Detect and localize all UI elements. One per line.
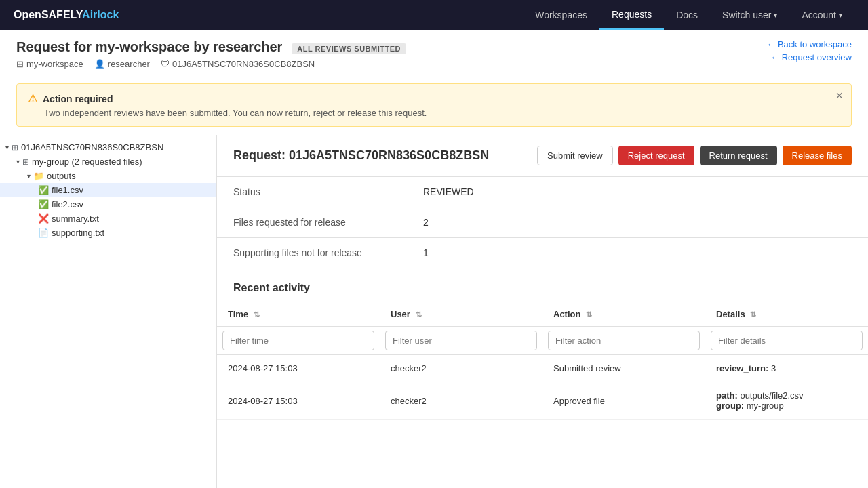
status-label: Status [217, 177, 407, 207]
return-request-button[interactable]: Return request [700, 146, 777, 165]
request-overview-link[interactable]: ← Request overview [766, 52, 852, 62]
tree-summary[interactable]: ❌ summary.txt [0, 211, 216, 226]
details-sort-icon: ⇅ [750, 310, 756, 319]
table-row: 2024-08-27 15:03 checker2 Approved file … [217, 382, 868, 420]
row1-details: review_turn: 3 [705, 355, 868, 382]
row2-details: path: outputs/file2.csv group: my-group [705, 382, 868, 420]
switch-user-dropdown[interactable]: Switch user ▾ [710, 0, 789, 30]
files-label: Files requested for release [217, 207, 407, 238]
time-sort-icon: ⇅ [254, 310, 260, 319]
status-value: REVIEWED [407, 177, 868, 207]
user-icon: 👤 [94, 59, 105, 69]
tree-icon-group: ⊞ [22, 157, 29, 167]
page-header: Request for my-workspace by researcher A… [0, 30, 868, 75]
filter-row [217, 327, 868, 355]
nav-requests[interactable]: Requests [599, 0, 664, 30]
supporting-label: Supporting files not for release [217, 238, 407, 268]
reject-request-button[interactable]: Reject request [618, 146, 694, 165]
tree-label-root: 01J6A5TNSC70RN836S0CB8ZBSN [21, 142, 163, 152]
files-row: Files requested for release 2 [217, 207, 868, 238]
page-header-left: Request for my-workspace by researcher A… [16, 39, 406, 69]
row2-action: Approved file [542, 382, 705, 420]
content-area: Request: 01J6A5TNSC70RN836S0CB8ZBSN Subm… [217, 135, 868, 488]
account-chevron-icon: ▾ [839, 12, 842, 19]
row1-detail-value: 3 [771, 363, 776, 373]
col-time[interactable]: Time ⇅ [217, 302, 380, 327]
request-header: Request: 01J6A5TNSC70RN836S0CB8ZBSN Subm… [217, 135, 868, 177]
tree-label-outputs: outputs [47, 171, 76, 181]
row2-detail-key1: path: [716, 390, 738, 401]
back-to-workspace-link[interactable]: ← Back to workspace [766, 39, 852, 49]
row1-time: 2024-08-27 15:03 [217, 355, 380, 382]
account-dropdown[interactable]: Account ▾ [789, 0, 854, 30]
filter-details-input[interactable] [711, 331, 863, 350]
filter-user-input[interactable] [385, 331, 537, 350]
tree-file2[interactable]: ✅ file2.csv [0, 197, 216, 211]
row2-detail-line1: path: outputs/file2.csv [716, 390, 857, 401]
file2-ok-icon: ✅ [38, 199, 49, 209]
tree-file1[interactable]: ✅ file1.csv [0, 183, 216, 197]
alert-warning-icon: ⚠ [28, 92, 37, 105]
main-layout: ▾ ⊞ 01J6A5TNSC70RN836S0CB8ZBSN ▾ ⊞ my-gr… [0, 135, 868, 488]
row2-detail-value1: outputs/file2.csv [740, 390, 803, 401]
tree-toggle-group: ▾ [16, 158, 20, 165]
tree-label-file1: file1.csv [52, 185, 83, 195]
row1-detail-key: review_turn: [716, 363, 768, 373]
filter-action-cell [542, 327, 705, 355]
status-table: Status REVIEWED Files requested for rele… [217, 177, 868, 268]
tree-label-group: my-group (2 requested files) [32, 157, 142, 167]
summary-err-icon: ❌ [38, 214, 49, 224]
breadcrumb-user: 👤 researcher [94, 59, 150, 69]
folder-icon: 📁 [33, 171, 44, 181]
filter-time-input[interactable] [222, 331, 374, 350]
filter-details-cell [705, 327, 868, 355]
tree-outputs-folder[interactable]: ▾ 📁 outputs [0, 169, 216, 183]
supporting-row: Supporting files not for release 1 [217, 238, 868, 268]
workspace-icon: ⊞ [16, 59, 24, 69]
page-title: Request for my-workspace by researcher [16, 39, 282, 54]
files-value: 2 [407, 207, 868, 238]
activity-header-row: Time ⇅ User ⇅ Action ⇅ Details [217, 302, 868, 327]
nav-workspaces[interactable]: Workspaces [523, 0, 599, 30]
file-tree-sidebar: ▾ ⊞ 01J6A5TNSC70RN836S0CB8ZBSN ▾ ⊞ my-gr… [0, 135, 217, 488]
tree-toggle-root: ▾ [5, 144, 9, 151]
action-sort-icon: ⇅ [586, 310, 592, 319]
nav-docs[interactable]: Docs [664, 0, 710, 30]
breadcrumb-id: 🛡 01J6A5TNSC70RN836S0CB8ZBSN [161, 59, 315, 69]
tree-supporting[interactable]: 📄 supporting.txt [0, 226, 216, 240]
nav-brand: OpenSAFELYAirlock [14, 9, 119, 21]
col-details[interactable]: Details ⇅ [705, 302, 868, 327]
user-sort-icon: ⇅ [416, 310, 422, 319]
tree-label-file2: file2.csv [52, 199, 83, 209]
tree-toggle-outputs: ▾ [27, 172, 31, 180]
breadcrumb-workspace: ⊞ my-workspace [16, 59, 83, 69]
table-row: 2024-08-27 15:03 checker2 Submitted revi… [217, 355, 868, 382]
filter-action-input[interactable] [548, 331, 700, 350]
row1-action: Submitted review [542, 355, 705, 382]
action-alert: ⚠ Action required Two independent review… [16, 83, 852, 127]
row2-time: 2024-08-27 15:03 [217, 382, 380, 420]
submit-review-button[interactable]: Submit review [537, 146, 613, 165]
id-icon: 🛡 [161, 59, 170, 69]
status-row: Status REVIEWED [217, 177, 868, 207]
release-files-button[interactable]: Release files [783, 146, 852, 165]
page-header-right: ← Back to workspace ← Request overview [766, 39, 852, 62]
alert-message: Two independent reviews have been submit… [44, 108, 840, 118]
file1-ok-icon: ✅ [38, 185, 49, 195]
tree-group[interactable]: ▾ ⊞ my-group (2 requested files) [0, 155, 216, 169]
col-user[interactable]: User ⇅ [380, 302, 542, 327]
tree-root[interactable]: ▾ ⊞ 01J6A5TNSC70RN836S0CB8ZBSN [0, 140, 216, 155]
activity-table: Time ⇅ User ⇅ Action ⇅ Details [217, 302, 868, 420]
supporting-value: 1 [407, 238, 868, 268]
supporting-neutral-icon: 📄 [38, 228, 49, 238]
filter-time-cell [217, 327, 380, 355]
col-action[interactable]: Action ⇅ [542, 302, 705, 327]
activity-section-title: Recent activity [217, 268, 868, 302]
filter-user-cell [380, 327, 542, 355]
tree-label-supporting: supporting.txt [52, 228, 104, 238]
recent-activity-section: Recent activity Time ⇅ User ⇅ Action [217, 268, 868, 420]
row2-detail-line2: group: my-group [716, 401, 857, 411]
row2-detail-value2: my-group [747, 401, 784, 411]
row2-user: checker2 [380, 382, 542, 420]
alert-close-button[interactable]: × [835, 89, 843, 102]
